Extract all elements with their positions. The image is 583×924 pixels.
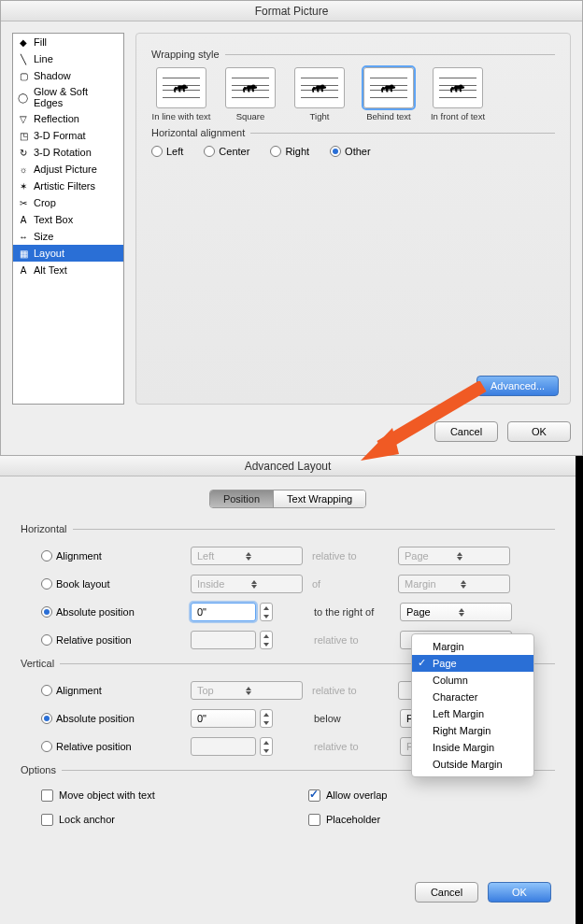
dropdown-option-outside-margin[interactable]: Outside Margin [412, 756, 533, 773]
wrap-option-in-line-with-text[interactable]: In line with text [151, 67, 211, 121]
sidebar-icon: A [17, 213, 30, 226]
advanced-button[interactable]: Advanced... [476, 376, 559, 396]
sidebar-icon: ▢ [17, 69, 30, 82]
v-absolute-stepper[interactable] [260, 709, 273, 728]
sidebar-item-shadow[interactable]: ▢Shadow [13, 67, 123, 84]
wrap-option-square[interactable]: Square [220, 67, 280, 121]
sidebar-item-crop[interactable]: ✂Crop [13, 194, 123, 211]
v-relative-stepper[interactable] [260, 737, 273, 756]
wrap-option-label: In line with text [151, 112, 211, 121]
sidebar-item-label: 3-D Rotation [34, 147, 92, 158]
sidebar-item-text-box[interactable]: AText Box [13, 211, 123, 228]
wrap-option-label: In front of text [428, 112, 488, 121]
h-absolute-radio[interactable]: Absolute position [41, 606, 191, 618]
dropdown-option-left-margin[interactable]: Left Margin [412, 705, 533, 722]
wrapping-options: In line with textSquareTightBehind textI… [151, 67, 555, 121]
second-window-wrap: Advanced Layout Position Text Wrapping H… [0, 456, 583, 924]
ok-button[interactable]: OK [507, 421, 571, 442]
dialog-title: Format Picture [1, 1, 582, 21]
sidebar-icon: ↻ [17, 146, 30, 159]
align-radio-right[interactable]: Right [270, 146, 309, 157]
h-absolute-stepper[interactable] [260, 603, 273, 621]
horizontal-group-label: Horizontal [21, 523, 67, 534]
dropdown-option-margin[interactable]: Margin [412, 638, 533, 655]
relative-to-dropdown[interactable]: MarginPageColumnCharacterLeft MarginRigh… [411, 633, 534, 777]
wrap-option-in-front-of-text[interactable]: In front of text [428, 67, 488, 121]
dropdown-option-right-margin[interactable]: Right Margin [412, 722, 533, 739]
sidebar-item-label: Size [34, 231, 53, 242]
h-book-radio[interactable]: Book layout [41, 578, 191, 590]
sidebar-item-alt-text[interactable]: AAlt Text [13, 262, 123, 278]
v-alignment-combo[interactable]: Top [191, 681, 303, 700]
overlap-checkbox[interactable] [308, 789, 320, 802]
h-alignment-rel-combo[interactable]: Page [398, 547, 510, 565]
alignment-radios: LeftCenterRightOther [151, 146, 555, 157]
sidebar-item-label: Layout [34, 248, 64, 259]
sidebar-item-label: Glow & Soft Edges [34, 86, 120, 108]
sidebar-item-3-d-format[interactable]: ◳3-D Format [13, 127, 123, 144]
wrap-option-tight[interactable]: Tight [290, 67, 349, 121]
sidebar-item-adjust-picture[interactable]: ☼Adjust Picture [13, 161, 123, 178]
sidebar-item-fill[interactable]: ◆Fill [13, 34, 123, 50]
sidebar-icon: ◳ [17, 129, 30, 142]
h-relative-input[interactable] [191, 631, 256, 649]
v-relative-input[interactable] [191, 737, 256, 756]
ok-button[interactable]: OK [488, 882, 551, 903]
advanced-layout-dialog: Advanced Layout Position Text Wrapping H… [0, 456, 576, 924]
placeholder-checkbox[interactable] [308, 814, 320, 826]
sidebar-item-label: Text Box [34, 214, 73, 225]
align-radio-left[interactable]: Left [151, 146, 183, 157]
sidebar-item-artistic-filters[interactable]: ✶Artistic Filters [13, 178, 123, 194]
v-relative-radio[interactable]: Relative position [41, 741, 191, 752]
dropdown-option-column[interactable]: Column [412, 672, 533, 689]
sidebar-icon: ▦ [17, 247, 30, 260]
h-relative-radio[interactable]: Relative position [41, 634, 191, 646]
dropdown-option-page[interactable]: Page [412, 655, 533, 672]
format-picture-dialog: Format Picture ◆Fill╲Line▢Shadow◯Glow & … [0, 0, 583, 456]
move-checkbox[interactable] [41, 789, 53, 802]
sidebar-icon: ✶ [17, 179, 30, 192]
h-alignment-radio[interactable]: Alignment [41, 550, 191, 562]
dog-icon [449, 82, 466, 93]
sidebar-item-label: 3-D Format [34, 130, 86, 141]
dog-icon [311, 82, 328, 93]
h-relative-stepper[interactable] [260, 631, 273, 649]
sidebar-item-label: Shadow [34, 70, 71, 81]
h-alignment-combo[interactable]: Left [191, 547, 303, 565]
sidebar-item-size[interactable]: ↔Size [13, 228, 123, 245]
align-radio-other[interactable]: Other [330, 146, 371, 157]
sidebar-item-reflection[interactable]: ▽Reflection [13, 110, 123, 127]
sidebar-icon: ↔ [17, 230, 30, 243]
h-absolute-rel-combo[interactable]: Page [400, 603, 512, 621]
wrapping-style-label: Wrapping style [151, 49, 220, 60]
sidebar-item-glow-soft-edges[interactable]: ◯Glow & Soft Edges [13, 84, 123, 110]
sidebar-icon: ☼ [17, 163, 30, 176]
h-book-rel-combo[interactable]: Margin [398, 575, 510, 593]
sidebar-item-label: Reflection [34, 113, 79, 124]
sidebar-icon: ◯ [17, 91, 30, 104]
sidebar-icon: ▽ [17, 112, 30, 125]
lock-checkbox[interactable] [41, 814, 53, 826]
tab-position[interactable]: Position [210, 490, 274, 507]
align-radio-center[interactable]: Center [204, 146, 249, 157]
align-radio-label: Center [219, 146, 249, 157]
cancel-button[interactable]: Cancel [415, 882, 478, 903]
wrap-option-behind-text[interactable]: Behind text [359, 67, 419, 121]
h-book-combo[interactable]: Inside [191, 575, 303, 593]
sidebar-item-label: Fill [34, 36, 47, 48]
tab-text-wrapping[interactable]: Text Wrapping [274, 490, 365, 507]
h-absolute-input[interactable]: 0" [191, 603, 256, 621]
v-absolute-radio[interactable]: Absolute position [41, 713, 191, 724]
align-radio-label: Left [166, 146, 183, 157]
sidebar-item-3-d-rotation[interactable]: ↻3-D Rotation [13, 144, 123, 161]
sidebar-item-label: Alt Text [34, 264, 67, 276]
dropdown-option-inside-margin[interactable]: Inside Margin [412, 739, 533, 756]
v-absolute-input[interactable]: 0" [191, 709, 256, 728]
sidebar-item-layout[interactable]: ▦Layout [13, 245, 123, 262]
align-radio-label: Other [345, 146, 371, 157]
v-alignment-radio[interactable]: Alignment [41, 685, 191, 696]
wrap-option-label: Tight [290, 112, 349, 121]
dropdown-option-character[interactable]: Character [412, 689, 533, 705]
cancel-button[interactable]: Cancel [434, 421, 498, 442]
sidebar-item-line[interactable]: ╲Line [13, 50, 123, 67]
